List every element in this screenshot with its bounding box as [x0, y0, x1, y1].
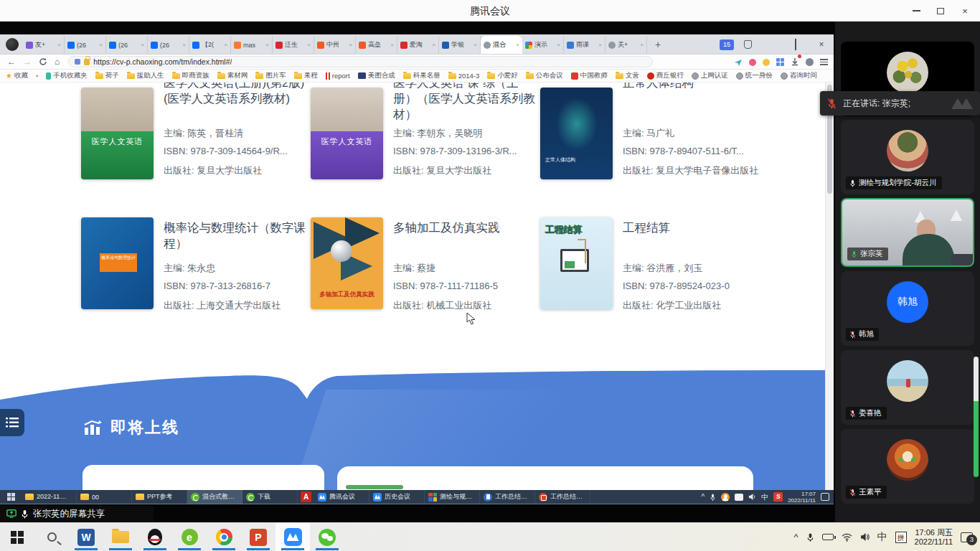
notification-icon[interactable]: 3 [961, 532, 973, 542]
taskbar-powerpoint[interactable]: P [241, 523, 275, 551]
book-cover[interactable]: 工程结算 [540, 217, 613, 309]
autocad-icon[interactable]: A [301, 491, 311, 502]
participant-tile[interactable]: 王素平 [841, 429, 974, 504]
shared-taskbar-item[interactable]: PPT参考 [132, 490, 187, 504]
chevron-up-icon[interactable]: ^ [701, 493, 705, 501]
bookmark-item[interactable]: 荷子 [95, 71, 119, 80]
shared-taskbar-item[interactable]: 测绘与规划学... [425, 490, 480, 504]
forward-icon[interactable]: → [23, 57, 32, 67]
bookmark-item[interactable]: 果程 [294, 71, 318, 80]
tab-close-icon[interactable]: × [516, 42, 519, 48]
shared-taskbar-item[interactable]: 工作总结计划... [535, 490, 590, 504]
browser-logo-icon[interactable] [6, 38, 19, 51]
bookmark-item[interactable]: 手机收藏夹 [46, 71, 88, 80]
shared-taskbar-item[interactable]: 腾讯会议 [314, 490, 369, 504]
bookmark-item[interactable]: 素材网 [217, 71, 248, 80]
shared-start-button[interactable] [0, 490, 22, 504]
bookmark-item[interactable]: 商丘银行 [647, 71, 684, 80]
taskbar-chrome[interactable] [207, 523, 241, 551]
sidebar-scrollbar-indicator[interactable] [974, 401, 979, 477]
book-title[interactable]: 概率论与数理统计（数字课程） [164, 220, 311, 251]
page-scrollbar[interactable] [825, 83, 834, 490]
shared-clock[interactable]: 17:07 2022/11/11 [788, 491, 816, 504]
tab-close-icon[interactable]: × [141, 42, 144, 48]
book-title[interactable]: 医学人文英语 课 综（上册）（医学人文英语系列教材） [393, 83, 540, 122]
tab-close-icon[interactable]: × [473, 42, 477, 48]
book-cover[interactable]: 概率论与数理统计 [81, 217, 154, 309]
address-bar[interactable]: https://cv-p.chaoxing.com/tm/index.html#… [68, 56, 653, 67]
bookmark-item[interactable]: 科果名册 [403, 71, 440, 80]
tab-close-icon[interactable]: × [265, 42, 269, 48]
browser-tab[interactable]: 雨课× [564, 36, 606, 54]
book-cover[interactable]: 医学人文英语 [311, 88, 383, 179]
profile-icon[interactable] [806, 58, 814, 66]
book-cover[interactable]: 医学人文英语 [81, 88, 154, 179]
side-menu-button[interactable] [0, 409, 24, 436]
send-icon[interactable] [734, 58, 743, 67]
tab-close-icon[interactable]: × [598, 42, 602, 48]
tab-close-icon[interactable]: × [557, 42, 560, 48]
bookmark-item[interactable]: report [326, 72, 350, 80]
bookmark-item[interactable]: 2014-3 [448, 72, 480, 80]
ime-indicator[interactable]: 中 [877, 531, 887, 544]
shared-taskbar-item[interactable]: 历史会议 [369, 490, 425, 504]
browser-tab[interactable]: 泛生× [273, 36, 314, 54]
shared-taskbar-item[interactable]: 00 [77, 490, 132, 504]
home-icon[interactable]: ⌂ [55, 57, 60, 67]
wifi-icon[interactable] [842, 533, 852, 542]
mic-icon[interactable] [806, 532, 814, 542]
extension-badge[interactable]: 15 [720, 39, 734, 50]
action-center-icon[interactable] [821, 493, 829, 501]
browser-tab[interactable]: mas× [231, 36, 273, 54]
tab-close-icon[interactable]: × [432, 42, 435, 48]
download-icon[interactable] [791, 56, 799, 69]
tab-close-icon[interactable]: × [57, 42, 61, 48]
start-button[interactable] [0, 523, 34, 551]
taskbar-meeting-active[interactable] [275, 523, 310, 551]
browser-tab[interactable]: (26× [106, 36, 148, 54]
reload-icon[interactable] [39, 57, 47, 66]
coming-soon-card[interactable] [337, 466, 753, 490]
tab-close-icon[interactable]: × [99, 42, 103, 48]
pinyin-indicator[interactable]: 拼 [895, 532, 907, 543]
browser-tab[interactable]: 爱淘× [397, 36, 439, 54]
participant-tile[interactable]: 娄喜艳 [841, 350, 974, 425]
browser-tab[interactable]: 友+× [23, 36, 65, 54]
bookmark-item[interactable]: 援助人生 [127, 71, 164, 80]
bookmark-item[interactable]: 图片车 [255, 71, 286, 80]
new-tab-button[interactable]: + [650, 37, 666, 52]
chat-icon[interactable] [735, 494, 743, 501]
browser-tab[interactable]: (26× [148, 36, 189, 54]
shared-taskbar-item[interactable]: 下载 [242, 490, 298, 504]
tab-close-icon[interactable]: × [182, 42, 186, 48]
browser-tab[interactable]: 关+× [606, 36, 647, 54]
mic-icon[interactable] [710, 493, 716, 501]
browser-tab[interactable]: 高垒× [356, 36, 397, 54]
back-icon[interactable]: ← [7, 57, 16, 67]
bookmark-item[interactable]: 中国教师 [571, 71, 608, 80]
browser-tab[interactable]: (26× [65, 36, 106, 54]
taskbar-wechat[interactable] [310, 523, 344, 551]
screen-share-bar[interactable]: 张宗英的屏幕共享 [0, 506, 154, 522]
bookmark-item[interactable]: 小爱好 [487, 71, 518, 80]
browser-tab[interactable]: 演示× [522, 36, 564, 54]
bookmark-item[interactable]: 美图合成 [358, 71, 395, 80]
collector-icon[interactable] [744, 40, 752, 49]
speaker-icon[interactable] [860, 532, 870, 542]
taskbar-qq[interactable] [138, 523, 172, 551]
browser-tab-active[interactable]: 混合× [481, 36, 522, 54]
close-button[interactable]: × [953, 0, 977, 22]
tab-close-icon[interactable]: × [224, 42, 227, 48]
browser-tab[interactable]: 【2(× [189, 36, 231, 54]
browser-close-button[interactable]: × [814, 39, 829, 50]
extension-yellow-icon[interactable] [763, 59, 770, 66]
taskbar-explorer[interactable] [103, 523, 138, 551]
book-title[interactable]: 正常人体结构 [623, 83, 770, 90]
participant-tile[interactable]: 测绘与规划学院-胡云川 [841, 120, 974, 194]
bookmark-item[interactable]: ★收藏 [6, 71, 28, 80]
apps-grid-icon[interactable] [776, 58, 784, 66]
participant-tile-speaking[interactable]: 张宗英 [841, 198, 974, 267]
taskbar-word[interactable]: W [69, 523, 103, 551]
extension-pink-icon[interactable] [749, 59, 756, 66]
coming-soon-card[interactable] [83, 465, 324, 490]
